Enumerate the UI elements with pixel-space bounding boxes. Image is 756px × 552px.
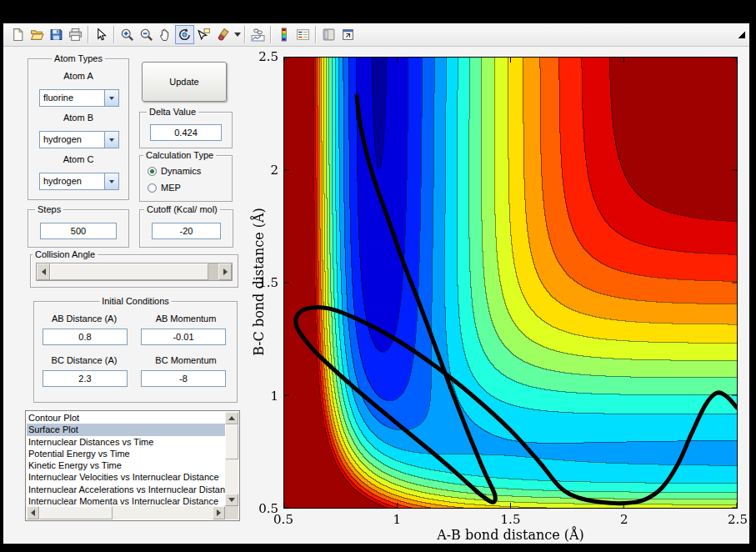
x-tick-labels: 0.511.522.5	[283, 512, 738, 529]
toolbar	[3, 23, 749, 47]
collision-angle-slider[interactable]	[36, 263, 233, 281]
data-cursor-button[interactable]	[194, 25, 213, 44]
toolbar-separator	[113, 26, 115, 43]
ab-distance-input[interactable]	[43, 329, 128, 345]
atom-a-value: fluorine	[43, 93, 73, 103]
y-tick-label: 0.5	[258, 501, 278, 516]
initial-conditions-title: Initial Conditions	[99, 296, 172, 306]
list-vertical-scrollbar[interactable]	[225, 412, 238, 506]
new-figure-icon	[11, 28, 25, 42]
rotate-3d-icon	[178, 28, 192, 42]
list-item[interactable]: Kinetic Energy vs Time	[27, 459, 225, 471]
save-figure-icon	[49, 28, 63, 42]
atom-b-value: hydrogen	[43, 134, 82, 144]
scroll-right-button[interactable]	[213, 506, 225, 519]
brush-data-button[interactable]	[213, 25, 233, 44]
atom-a-select[interactable]: fluorine	[39, 89, 119, 107]
plot-type-listbox: Contour PlotSurface PlotInternuclear Dis…	[25, 410, 240, 521]
bc-momentum-input[interactable]	[141, 370, 226, 387]
collision-angle-title: Collision Angle	[33, 249, 98, 259]
list-item[interactable]: Internuclear Distances vs Time	[27, 436, 225, 448]
atom-types-panel: Atom Types Atom A fluorine Atom B hydrog…	[28, 58, 129, 200]
link-plot-icon	[251, 28, 265, 42]
radio-mep-label: MEP	[161, 183, 181, 193]
atom-b-select[interactable]: hydrogen	[39, 131, 119, 148]
steps-input[interactable]	[40, 223, 117, 239]
ab-momentum-input[interactable]	[141, 329, 226, 345]
list-horizontal-scrollbar[interactable]	[27, 506, 225, 519]
zoom-out-button[interactable]	[137, 25, 156, 44]
scroll-down-button[interactable]	[225, 494, 238, 506]
radio-mep[interactable]: MEP	[148, 183, 181, 193]
y-tick-label: 2	[270, 163, 278, 178]
print-figure-icon	[68, 28, 83, 42]
plot-type-list: Contour PlotSurface PlotInternuclear Dis…	[27, 412, 225, 506]
toolbar-overflow-icon[interactable]	[738, 32, 745, 38]
data-cursor-icon	[197, 28, 211, 42]
pan-icon	[158, 28, 173, 42]
scroll-left-button[interactable]	[27, 506, 39, 519]
atom-types-title: Atom Types	[52, 53, 105, 63]
hide-plot-tools-icon	[322, 28, 336, 42]
slider-left-arrow-button[interactable]	[37, 263, 50, 280]
bc-distance-input[interactable]	[43, 370, 128, 387]
print-figure-button[interactable]	[66, 25, 85, 44]
radio-dynamics[interactable]: Dynamics	[148, 166, 201, 176]
cutoff-title: Cutoff (Kcal/ mol)	[144, 204, 220, 214]
brush-data-dropdown-arrow-icon[interactable]	[233, 25, 242, 44]
list-item[interactable]: Internuclear Accelerations vs Internucle…	[27, 484, 225, 495]
list-item[interactable]: Surface Plot	[27, 424, 225, 435]
radio-selected-icon	[148, 167, 157, 176]
rotate-3d-button[interactable]	[175, 25, 194, 44]
cutoff-input[interactable]	[152, 223, 221, 239]
vertical-scrollbar-thumb[interactable]	[225, 424, 238, 459]
initial-conditions-panel: Initial Conditions AB Distance (A) AB Mo…	[33, 301, 238, 403]
show-plot-tools-dock-figure-button[interactable]	[338, 25, 358, 44]
x-tick-label: 2.5	[728, 512, 748, 527]
slider-thumb[interactable]	[50, 263, 208, 280]
scrollbar-corner	[225, 506, 238, 519]
trajectory-path	[296, 96, 737, 504]
insert-legend-button[interactable]	[293, 25, 313, 44]
delta-value-input[interactable]	[150, 124, 222, 141]
update-button[interactable]: Update	[142, 62, 227, 102]
new-figure-button[interactable]	[8, 25, 28, 44]
horizontal-scrollbar-thumb[interactable]	[39, 506, 113, 519]
collision-angle-panel: Collision Angle	[30, 254, 238, 288]
steps-title: Steps	[35, 204, 63, 214]
app-window: Atom Types Atom A fluorine Atom B hydrog…	[3, 23, 749, 544]
hide-plot-tools-button[interactable]	[319, 25, 338, 44]
open-file-button[interactable]	[28, 25, 47, 44]
ab-distance-label: AB Distance (A)	[34, 314, 134, 324]
x-axis-label: A-B bond distance (Å)	[283, 527, 738, 543]
atom-c-select[interactable]: hydrogen	[39, 173, 119, 190]
calculation-type-title: Calculation Type	[143, 150, 216, 160]
radio-dynamics-label: Dynamics	[161, 166, 201, 176]
list-item[interactable]: Contour Plot	[27, 412, 225, 424]
bc-distance-label: BC Distance (A)	[34, 355, 134, 365]
chevron-down-icon[interactable]	[104, 132, 118, 148]
chevron-down-icon[interactable]	[104, 173, 118, 189]
list-item[interactable]: Internuclear Velocities vs Internuclear …	[27, 471, 225, 483]
tick-marks	[284, 58, 737, 508]
list-item[interactable]: Potential Energy vs Time	[27, 448, 225, 459]
pan-button[interactable]	[156, 25, 175, 44]
atom-a-label: Atom A	[28, 71, 128, 81]
plot-overlay	[284, 58, 737, 508]
x-tick-label: 1	[393, 512, 401, 527]
toolbar-separator	[315, 26, 317, 43]
link-plot-button[interactable]	[248, 25, 268, 44]
contour-plot-axes	[283, 57, 738, 509]
list-item[interactable]: Internuclear Momenta vs Internuclear Dis…	[27, 495, 225, 506]
open-file-icon	[30, 28, 44, 42]
save-figure-button[interactable]	[47, 25, 66, 44]
show-plot-tools-dock-figure-icon	[341, 28, 355, 42]
slider-right-arrow-button[interactable]	[218, 263, 232, 280]
chevron-down-icon[interactable]	[104, 90, 118, 106]
edit-plot-button[interactable]	[92, 25, 111, 44]
calculation-type-panel: Calculation Type Dynamics MEP	[139, 155, 233, 202]
scroll-up-button[interactable]	[225, 412, 238, 424]
zoom-in-button[interactable]	[118, 25, 137, 44]
insert-legend-icon	[296, 28, 310, 42]
insert-colorbar-button[interactable]	[274, 25, 293, 44]
